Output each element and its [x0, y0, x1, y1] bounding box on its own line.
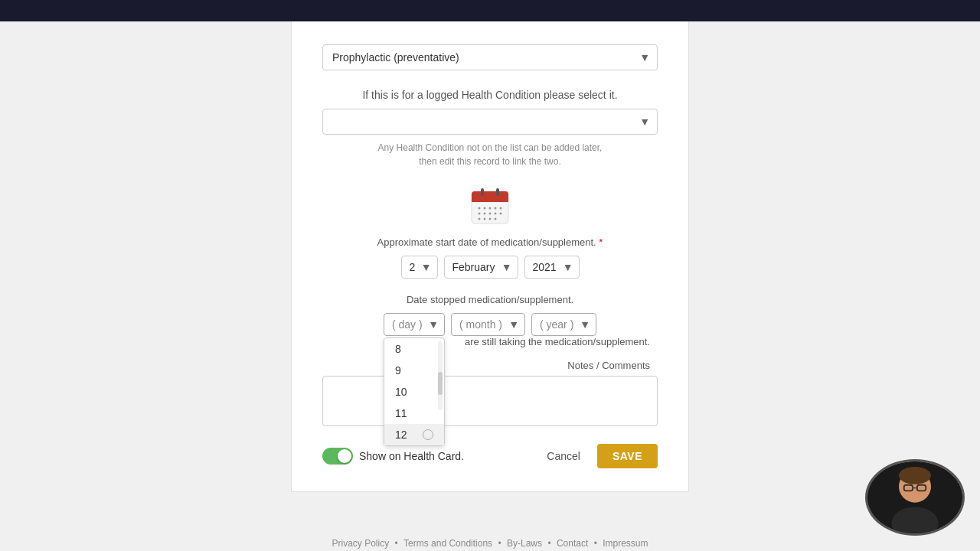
- health-note: Any Health Condition not on the list can…: [322, 141, 658, 168]
- svg-point-7: [489, 207, 492, 210]
- svg-point-13: [495, 213, 497, 215]
- start-date-label: Approximate start date of medication/sup…: [322, 236, 658, 248]
- stopped-month-wrap: ( month ) ▼: [451, 313, 525, 336]
- webcam-overlay: [865, 459, 965, 536]
- day-option-8[interactable]: 8: [384, 338, 444, 360]
- footer-buttons: Cancel SAVE: [537, 444, 658, 468]
- svg-point-5: [479, 207, 481, 210]
- start-year-select[interactable]: 2021: [524, 256, 580, 279]
- cancel-button[interactable]: Cancel: [537, 444, 590, 468]
- footer-contact-link[interactable]: Contact: [557, 538, 588, 549]
- footer-impressum-link[interactable]: Impressum: [603, 538, 648, 549]
- notes-textarea[interactable]: [322, 376, 658, 426]
- stopped-year-select[interactable]: ( year ): [531, 313, 596, 336]
- footer-privacy-link[interactable]: Privacy Policy: [332, 538, 389, 549]
- required-star: *: [599, 236, 603, 248]
- medication-type-section: Prophylactic (preventative) Treatment Su…: [322, 44, 658, 70]
- day-option-11[interactable]: 11: [384, 403, 444, 424]
- site-footer: Privacy Policy • Terms and Conditions • …: [0, 523, 980, 551]
- medication-type-select[interactable]: Prophylactic (preventative) Treatment Su…: [322, 44, 658, 70]
- svg-point-9: [500, 207, 502, 210]
- health-condition-wrap: ▼: [322, 109, 658, 135]
- save-button[interactable]: SAVE: [597, 444, 658, 468]
- health-condition-select[interactable]: [322, 109, 658, 135]
- svg-point-8: [495, 207, 497, 210]
- svg-point-15: [479, 218, 481, 220]
- health-condition-section: If this is for a logged Health Condition…: [322, 89, 658, 168]
- start-month-select[interactable]: February: [444, 256, 518, 279]
- notes-label: Notes / Comments: [322, 360, 658, 371]
- still-taking-text: are still taking the medication/suppleme…: [465, 336, 650, 347]
- svg-point-14: [500, 213, 502, 215]
- stopped-date-row: ( day ) ▼ 8 9 10 11 12: [322, 313, 658, 336]
- stopped-date-label: Date stopped medication/supplement.: [322, 294, 658, 305]
- day-option-9[interactable]: 9: [384, 360, 444, 381]
- toggle-thumb: [338, 449, 351, 463]
- health-condition-label: If this is for a logged Health Condition…: [322, 89, 658, 101]
- stopped-month-select[interactable]: ( month ): [451, 313, 525, 336]
- start-day-select[interactable]: 2: [401, 256, 438, 279]
- svg-point-18: [495, 218, 497, 220]
- notes-section: Notes / Comments: [322, 360, 658, 429]
- svg-point-10: [479, 213, 481, 215]
- stopped-year-wrap: ( year ) ▼: [531, 313, 596, 336]
- svg-point-12: [489, 213, 492, 215]
- svg-point-16: [484, 218, 486, 220]
- day-option-12[interactable]: 12: [384, 424, 444, 445]
- svg-point-6: [484, 207, 486, 210]
- medication-type-wrap: Prophylactic (preventative) Treatment Su…: [322, 44, 658, 70]
- calendar-icon: [469, 184, 511, 227]
- toggle-row: Show on Health Card.: [322, 448, 464, 465]
- form-card: Prophylactic (preventative) Treatment Su…: [291, 21, 689, 492]
- svg-rect-4: [496, 188, 499, 196]
- day-option-10[interactable]: 10: [384, 381, 444, 403]
- toggle-label: Show on Health Card.: [359, 450, 464, 462]
- svg-point-21: [899, 467, 931, 484]
- footer-links: Privacy Policy • Terms and Conditions • …: [0, 538, 980, 549]
- scrollbar-track[interactable]: [438, 341, 443, 410]
- footer-bylaws-link[interactable]: By-Laws: [507, 538, 542, 549]
- stopped-day-wrap: ( day ) ▼ 8 9 10 11 12: [384, 313, 445, 336]
- page-wrapper: Prophylactic (preventative) Treatment Su…: [0, 21, 980, 523]
- top-bar: [0, 0, 980, 21]
- start-day-wrap: 2 ▼: [401, 256, 438, 279]
- hover-circle: [423, 429, 433, 440]
- calendar-icon-wrap: [322, 184, 658, 229]
- start-month-wrap: February ▼: [444, 256, 518, 279]
- svg-rect-3: [481, 188, 484, 196]
- stopped-day-select[interactable]: ( day ): [384, 313, 445, 336]
- start-year-wrap: 2021 ▼: [524, 256, 580, 279]
- svg-point-11: [484, 213, 486, 215]
- svg-point-17: [489, 218, 492, 220]
- webcam-face: [867, 461, 962, 533]
- scrollbar-thumb[interactable]: [438, 372, 443, 395]
- start-date-row: 2 ▼ February ▼ 2021 ▼: [322, 256, 658, 279]
- footer-row: Show on Health Card. Cancel SAVE: [322, 444, 658, 468]
- svg-rect-2: [472, 197, 508, 202]
- day-dropdown-open: 8 9 10 11 12: [384, 337, 445, 446]
- health-card-toggle[interactable]: [322, 448, 353, 465]
- still-taking-row: are still taking the medication/suppleme…: [322, 336, 658, 347]
- footer-terms-link[interactable]: Terms and Conditions: [403, 538, 492, 549]
